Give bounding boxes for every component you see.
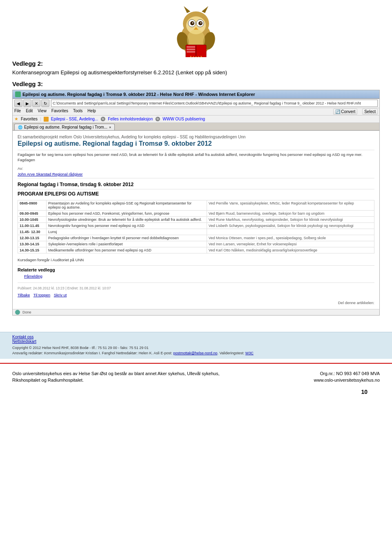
contact-links: Kontakt oss Nettstedskart [12,335,380,344]
page-description: Fagdagen tar for seg tema som epilepsi h… [18,152,374,163]
favorites-label: Favorites [21,117,38,121]
browser-titlebar-icon [15,91,21,97]
footer-right-area: Org.nr.: NO 993 467 049 MVA www.oslo-uni… [314,370,380,395]
svg-marker-3 [202,6,208,13]
email-link[interactable]: postmottak@helse-nord.no [173,351,217,355]
browser-tab[interactable]: 🌐 Epilepsi og autisme. Regional fagdag i… [14,124,115,130]
status-icon [15,310,20,315]
browser-menubar: File Edit View Favorites Tools Help 🔄 Co… [13,108,379,116]
page-project-line: Et samarbeidsprosjekt mellom Oslo Univer… [18,135,374,139]
tiltoppen-link[interactable]: Til toppen [33,293,50,297]
browser-page: Et samarbeidsprosjekt mellom Oslo Univer… [13,131,379,309]
time-cell: 13.30-14.15 [18,241,47,247]
time-cell: 0845-0900 [18,200,47,210]
back-button[interactable]: ◀ [14,100,22,107]
speaker-cell: Ved Rune Markhus, nevrofysiolog, seksjon… [207,216,374,222]
address-input[interactable] [51,100,378,107]
refresh-button[interactable]: ↻ [41,100,49,107]
time-cell: 09.00-0945 [18,210,47,216]
speaker-cell: Ved Karl Otto Nåkken, medisinskfaglig an… [207,247,374,253]
time-cell: 11.00-11.45 [18,222,47,229]
favorites-star-icon: ★ [14,116,18,122]
svg-rect-17 [187,46,195,48]
speaker-cell: Ved Bjørn Ruud, barnenevrolog, overlege,… [207,210,374,216]
owl-section [0,0,392,59]
svg-point-9 [192,22,194,24]
time-cell: 14.30-15.15 [18,247,47,253]
kursdag-line: Kursdagen foregår i Auditoriet på UNN [18,258,374,262]
topic-cell: Sykepleier-/vernepleiers rolle i pasient… [47,241,207,247]
select-button[interactable]: Select [362,109,378,115]
menu-view[interactable]: View [38,109,47,115]
kontakt-link[interactable]: Kontakt oss [12,335,33,339]
main-content: Vedlegg 2: Konferanseprogram Epilepsi og… [0,59,392,332]
speaker-cell: Ved Iren Larsen, vernepleier, Enhet for … [207,241,374,247]
page-number: 10 [361,387,380,395]
vedlegg-2-section: Vedlegg 2: Konferanseprogram Epilepsi og… [12,59,380,76]
epilepsi-fav-link[interactable]: Epilepsi - SSE, Avdeling... [51,117,98,121]
table-row: 0845-0900 Presentasjon av Avdeling for k… [18,200,374,210]
speaker-cell: Ved Pernille Varre, spesialsykepleier, M… [207,200,374,210]
fellesinnhold-link[interactable]: Felles innholdsredaksjon [108,117,153,121]
page-author-name: John Arve Skarstad Regional rådgiver [18,171,374,176]
forward-button[interactable]: ▶ [23,100,31,107]
tilbake-link[interactable]: Tilbake [18,293,30,297]
relaterte-title: Relaterte vedlegg [18,267,374,272]
topic-cell: Lunsj [47,229,207,235]
browser-statusbar: Done [13,309,379,315]
contact-copyright: Copyright © 2012 Helse Nord RHF, 8038 Bo… [12,345,380,356]
topic-cell: Nevrofysiologiske utredninger. Bruk av t… [47,216,207,222]
contact-section: Kontakt oss Nettstedskart Copyright © 20… [0,332,392,359]
time-cell: 12.30-13.15 [18,235,47,241]
tab-close-button[interactable]: × [109,125,111,129]
svg-marker-2 [184,6,190,13]
bottom-footer: Oslo universitetssykehus eies av Helse S… [0,363,392,399]
page-author-label: Av: [18,166,374,171]
svg-point-10 [200,22,202,24]
speaker-cell [207,229,374,235]
skrivut-link[interactable]: Skriv ut [54,293,67,297]
pamelding-link[interactable]: Påmelding [24,274,374,278]
menu-file[interactable]: File [14,109,21,115]
page-program-title: PROGRAM EPILEPSI OG AUTISME [18,191,374,197]
browser-titlebar: Epilepsi og autisme. Regional fagdag i T… [13,90,379,99]
topic-cell: Presentasjon av Avdeling for kompleks ep… [47,200,207,210]
nettkart-link[interactable]: Nettstedskart [12,339,36,344]
table-row: 11.00-11.45 Nevrokognitiv fungering hos … [18,222,374,229]
table-row: 12.30-13.15 Pedagogiske utfordringer i h… [18,235,374,241]
tab-icon: 🌐 [18,125,22,129]
epilepsi-fav-icon [44,117,49,122]
topic-cell: Pedagogiske utfordringer i hverdagen kny… [47,235,207,241]
tab-label: Epilepsi og autisme. Regional fagdag i T… [24,125,107,129]
menu-edit[interactable]: Edit [26,109,33,115]
owl-mascot [172,4,220,57]
browser-titlebar-text: Epilepsi og autisme. Regional fagdag i T… [22,92,255,97]
menu-favorites[interactable]: Favorites [51,109,68,115]
publisert-line: Publisert: 24.08.2012 kl. 13:23 | Endret… [18,286,374,290]
topic-cell: Medikamentelle utfordringer hos personer… [47,247,207,253]
convert-icon: 🔄 [335,109,340,114]
stop-button[interactable]: ✕ [32,100,40,107]
topic-cell: Epilepsi hos personer med ASD, Forekomst… [47,210,207,216]
w3c-link[interactable]: W3C [245,351,254,355]
www-link[interactable]: WWW OUS publisering [163,117,205,121]
table-row: 09.00-0945 Epilepsi hos personer med ASD… [18,210,374,216]
page-subtitle: Regional fagdag i Tromsø, tirsdag 9. okt… [18,182,374,187]
browser-tabs: 🌐 Epilepsi og autisme. Regional fagdag i… [13,123,379,131]
page-main-title: Epilepsi og autisme. Regional fagdag i T… [18,140,374,147]
vedlegg-2-title: Vedlegg 2: Konferanseprogram Epilepsi og… [12,59,380,76]
menu-tools[interactable]: Tools [73,109,82,115]
browser-favbar: ★ Favorites | Epilepsi - SSE, Avdeling..… [13,116,379,123]
svg-rect-18 [187,49,195,50]
time-cell: 11.45- 12.30 [18,229,47,235]
footer-left: Oslo universitetssykehus eies av Helse S… [12,370,219,384]
topic-cell: Nevrokognitiv fungering hos personer med… [47,222,207,229]
menu-help[interactable]: Help [87,109,96,115]
browser-addressbar: ◀ ▶ ✕ ↻ [13,99,379,108]
program-table: 0845-0900 Presentasjon av Avdeling for k… [18,200,374,253]
svg-rect-19 [187,51,195,53]
convert-button[interactable]: 🔄 Convert [333,109,357,115]
table-row: 13.30-14.15 Sykepleier-/vernepleiers rol… [18,241,374,247]
browser-nav-buttons: ◀ ▶ ✕ ↻ [14,100,49,107]
vedlegg-3-label: Vedlegg 3: [12,80,380,87]
